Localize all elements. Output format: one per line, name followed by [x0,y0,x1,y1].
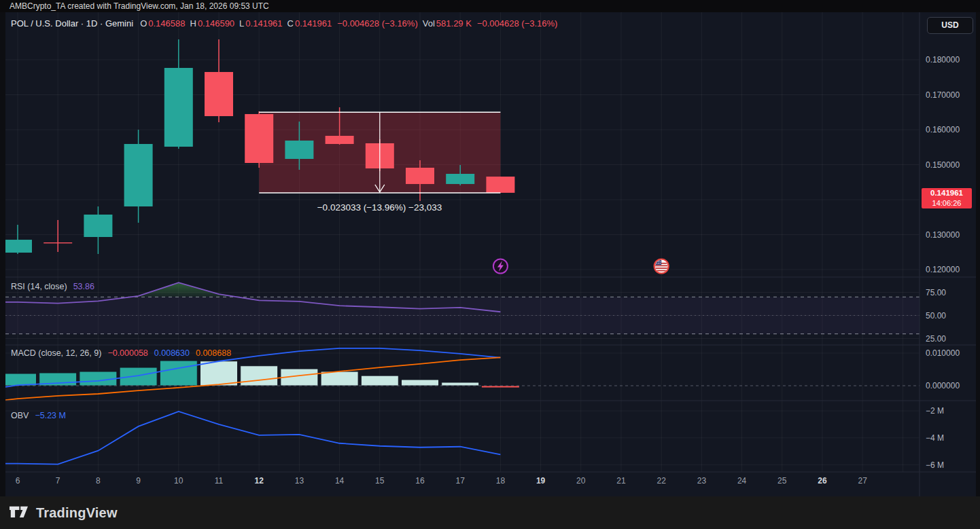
rsi-axis-label: 25.00 [926,333,946,344]
low-label: L [239,18,244,29]
time-axis-label: 21 [610,475,633,486]
candle-body [326,136,354,144]
macd-line-value: 0.008630 [154,348,190,358]
candle-body [245,114,273,163]
event-us-flag-icon[interactable] [654,259,669,274]
bar-countdown: 14:06:26 [922,198,972,208]
price-axis-label: 0.130000 [926,230,960,240]
macd-axis-label: 0.000000 [926,380,960,391]
time-axis-label: 19 [529,475,553,486]
obv-value: −5.23 M [35,411,66,420]
price-axis-label: 0.120000 [926,264,960,275]
time-axis-label: 12 [247,475,270,486]
candle-body [205,72,233,116]
brand-name: TradingView [36,505,118,521]
attribution-bar: AMBCrypto_TA created with TradingView.co… [0,0,980,12]
chart-canvas[interactable] [0,0,980,529]
attribution-text: AMBCrypto_TA created with TradingView.co… [0,0,980,12]
time-axis-label: 25 [771,475,794,486]
last-price-badge: 0.141961 14:06:26 [922,188,972,208]
time-axis-label: 9 [127,475,150,486]
volume-label: Vol [423,18,435,29]
macd-signal-value: 0.008688 [196,348,231,358]
candle-body [164,68,193,147]
volume-change-value: −0.004628 (−3.16%) [477,18,558,29]
time-axis[interactable]: 6789101112131415161718192021222324252627 [0,472,980,496]
candle-body [3,240,32,253]
volume-value: 581.29 K [436,18,472,29]
obv-title: OBV [11,411,29,420]
candle-body [124,144,153,206]
candle-body [486,177,514,193]
time-axis-label: 11 [207,475,230,486]
currency-button[interactable]: USD [927,17,973,34]
price-axis-label: 0.150000 [926,160,960,170]
macd-histogram-value: −0.000058 [107,348,147,358]
high-label: H [190,18,196,29]
measure-tool-label: −0.023033 (−13.96%) −23,033 [258,202,501,213]
time-axis-label: 13 [287,475,311,486]
close-label: C [287,18,294,29]
time-axis-label: 27 [851,475,874,486]
candle-body [84,215,112,237]
high-value: 0.146590 [198,18,234,29]
time-axis-label: 7 [46,475,69,486]
price-axis[interactable]: 0.1800000.1700000.1600000.1500000.140000… [920,12,976,496]
event-lightning-icon[interactable] [493,259,508,274]
open-label: O [140,18,147,29]
time-axis-label: 8 [86,475,109,486]
gridlines [5,12,920,472]
macd-legend: MACD (close, 12, 26, 9)−0.0000580.008630… [11,348,231,358]
last-price-value: 0.141961 [922,188,972,198]
symbol-legend: POL / U.S. Dollar · 1D · GeminiO0.146588… [11,18,557,29]
rsi-axis-label: 75.00 [926,287,946,298]
left-edge-strip [0,12,5,496]
time-axis-label: 18 [489,475,512,486]
macd-axis-label: 0.010000 [926,348,960,359]
right-edge-strip [976,12,980,496]
macd-histogram [0,361,519,387]
obv-axis-label: −2 M [926,405,944,416]
macd-title: MACD (close, 12, 26, 9) [11,348,101,358]
time-axis-label: 26 [811,475,834,486]
obv-axis-label: −4 M [926,433,944,443]
symbol-title: POL / U.S. Dollar · 1D · Gemini [11,18,133,29]
rsi-value: 53.86 [73,282,94,291]
candle-body [406,168,434,184]
footer-bar: TradingView [0,496,980,529]
rsi-legend: RSI (14, close)53.86 [11,282,94,291]
change-value: −0.004628 (−3.16%) [337,18,418,29]
time-axis-label: 22 [650,475,673,486]
close-value: 0.141961 [295,18,332,29]
time-axis-label: 17 [449,475,472,486]
time-axis-label: 20 [570,475,593,486]
price-axis-label: 0.180000 [926,54,960,65]
time-axis-label: 15 [368,475,391,486]
time-axis-label: 10 [167,475,190,486]
time-axis-label: 14 [328,475,351,486]
low-value: 0.141961 [245,18,282,29]
rsi-title: RSI (14, close) [11,282,67,291]
time-axis-label: 23 [690,475,713,486]
rsi-axis-label: 50.00 [926,310,946,321]
price-axis-label: 0.170000 [926,90,960,101]
open-value: 0.146588 [148,18,185,29]
tradingview-logo[interactable] [10,505,30,521]
tradingview-chart-window: AMBCrypto_TA created with TradingView.co… [0,0,980,529]
candle-body [285,141,313,159]
obv-axis-label: −6 M [926,460,944,471]
price-axis-label: 0.160000 [926,124,960,135]
time-axis-label: 16 [408,475,432,486]
time-axis-label: 24 [731,475,754,486]
time-axis-label: 6 [6,475,29,486]
candle-body [43,242,72,243]
obv-legend: OBV−5.23 M [11,411,66,420]
candle-body [446,174,474,184]
